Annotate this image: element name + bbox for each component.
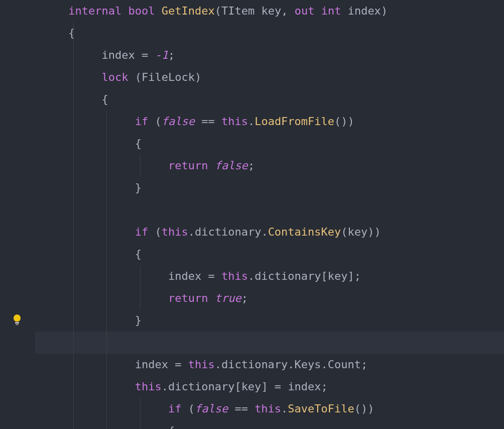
identifier-index: index (288, 380, 321, 393)
identifier-index: index (135, 358, 168, 371)
identifier-dictionary: dictionary (195, 226, 261, 238)
type-bool: bool (128, 5, 155, 17)
code-line[interactable]: if (false == this.LoadFromFile()) (35, 111, 504, 133)
identifier-dictionary: dictionary (255, 270, 321, 282)
literal-false: false (162, 115, 195, 128)
method-loadfromfile: LoadFromFile (255, 115, 334, 128)
method-name: GetIndex (162, 5, 215, 17)
code-area[interactable]: internal bool GetIndex(TItem key, out in… (30, 0, 504, 429)
identifier-filelock: FileLock (142, 71, 195, 83)
code-line[interactable]: internal bool GetIndex(TItem key, out in… (35, 0, 504, 22)
keyword-internal: internal (68, 5, 121, 17)
identifier-key: key (241, 380, 262, 393)
code-line[interactable]: } (35, 309, 504, 332)
keyword-this: this (221, 270, 248, 282)
keyword-this: this (135, 380, 162, 393)
identifier-dictionary: dictionary (168, 380, 234, 393)
identifier-index: index (168, 270, 201, 282)
method-savetofile: SaveToFile (288, 402, 354, 415)
keyword-out: out (295, 5, 315, 17)
code-block[interactable]: internal bool GetIndex(TItem key, out in… (30, 0, 504, 429)
code-editor[interactable]: internal bool GetIndex(TItem key, out in… (0, 0, 504, 429)
keyword-if: if (135, 115, 149, 128)
code-line[interactable]: index = -1; (35, 44, 504, 66)
code-line[interactable]: if (this.dictionary.ContainsKey(key)) (35, 221, 504, 243)
code-line[interactable]: return false; (35, 155, 504, 177)
method-containskey: ContainsKey (268, 226, 341, 238)
keyword-if: if (135, 226, 149, 238)
code-line[interactable]: index = this.dictionary.Keys.Count; (35, 354, 504, 376)
keyword-this: this (255, 402, 281, 415)
param-index: index (348, 5, 381, 17)
literal-true: true (215, 292, 241, 304)
keyword-this: this (162, 226, 188, 238)
code-line[interactable] (35, 199, 504, 221)
type-titem: TItem (221, 5, 255, 17)
literal-neg1: -1 (155, 49, 168, 61)
code-line[interactable]: { (35, 133, 504, 155)
identifier-count: Count (328, 358, 361, 371)
code-line[interactable]: index = this.dictionary[key]; (35, 265, 504, 287)
code-line[interactable]: return true; (35, 287, 504, 309)
code-line[interactable]: } (35, 177, 504, 199)
gutter (0, 0, 30, 429)
identifier-dictionary: dictionary (221, 358, 288, 371)
code-line[interactable]: { (35, 420, 504, 429)
code-line-current[interactable] (35, 332, 504, 354)
keyword-if: if (168, 402, 182, 415)
lightbulb-icon[interactable] (12, 314, 22, 327)
param-key: key (261, 5, 281, 17)
code-line[interactable]: { (35, 88, 504, 111)
keyword-lock: lock (101, 71, 128, 83)
keyword-this: this (221, 115, 248, 128)
keyword-return: return (168, 159, 208, 172)
keyword-return: return (168, 292, 208, 304)
keyword-this: this (188, 358, 215, 371)
identifier-index: index (101, 49, 135, 61)
identifier-key: key (348, 226, 368, 238)
identifier-keys: Keys (295, 358, 321, 371)
code-line[interactable]: { (35, 243, 504, 265)
code-line[interactable]: lock (FileLock) (35, 66, 504, 88)
literal-false: false (195, 402, 228, 415)
literal-false: false (215, 159, 248, 172)
code-line[interactable]: if (false == this.SaveToFile()) (35, 398, 504, 420)
type-int: int (321, 5, 341, 17)
identifier-key: key (328, 270, 348, 282)
code-line[interactable]: { (35, 22, 504, 44)
code-line[interactable]: this.dictionary[key] = index; (35, 376, 504, 398)
